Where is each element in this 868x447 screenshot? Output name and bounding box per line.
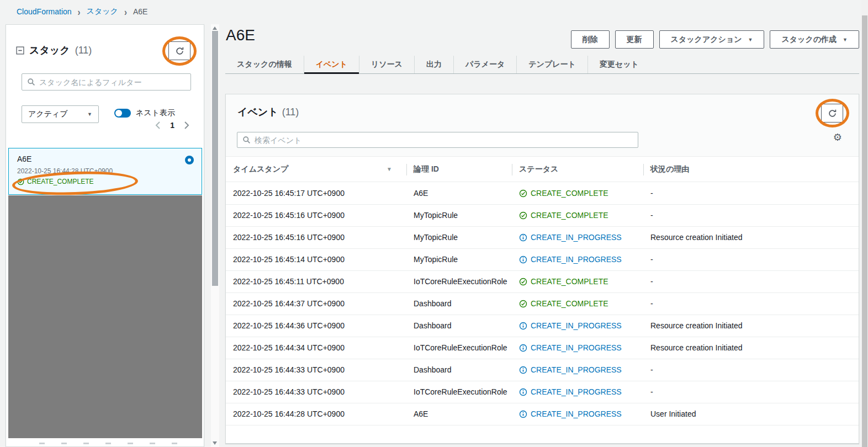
column-header-timestamp[interactable]: タイムスタンプ ▼ xyxy=(226,157,406,182)
delete-button[interactable]: 削除 xyxy=(571,30,610,49)
chevron-down-icon: ▼ xyxy=(843,37,848,42)
header-actions: 削除 更新 スタックアクション ▼ スタックの作成 ▼ xyxy=(571,30,859,49)
column-header-status-reason[interactable]: 状況の理由 xyxy=(643,157,859,182)
scrollbar-thumb[interactable] xyxy=(212,31,218,286)
nested-view-toggle[interactable] xyxy=(114,109,131,118)
previous-page-icon[interactable] xyxy=(155,121,161,129)
timestamp-cell: 2022-10-25 16:44:36 UTC+0900 xyxy=(226,317,406,334)
update-button[interactable]: 更新 xyxy=(615,30,654,49)
events-refresh-button[interactable] xyxy=(821,104,843,123)
status-reason-cell: Resource creation Initiated xyxy=(643,339,859,356)
stack-filter-input[interactable] xyxy=(39,78,186,87)
stack-actions-button[interactable]: スタックアクション ▼ xyxy=(659,30,765,49)
stack-status-filter-dropdown[interactable]: アクティブ ▼ xyxy=(22,105,99,123)
scrollbar-thumb[interactable] xyxy=(862,15,867,447)
check-circle-icon xyxy=(519,300,527,308)
logical-id-cell: MyTopicRule xyxy=(406,207,512,224)
timestamp-cell: 2022-10-25 16:44:28 UTC+0900 xyxy=(226,406,406,423)
tab-stack-info[interactable]: スタックの情報 xyxy=(225,56,304,73)
info-circle-icon xyxy=(519,233,527,242)
logical-id-cell: MyTopicRule xyxy=(406,229,512,246)
sort-descending-icon[interactable]: ▼ xyxy=(387,166,392,172)
breadcrumb-current: A6E xyxy=(133,7,147,16)
info-circle-icon xyxy=(519,256,527,264)
stack-detail-tabs: スタックの情報 イベント リソース 出力 パラメータ テンプレート 変更セット xyxy=(225,56,859,74)
scroll-down-arrow-icon[interactable] xyxy=(213,441,217,445)
column-label: 状況の理由 xyxy=(650,164,689,174)
stack-selected-radio[interactable] xyxy=(185,156,194,164)
refresh-icon xyxy=(175,46,184,56)
page-number[interactable]: 1 xyxy=(170,121,174,130)
status-reason-cell: Resource creation Initiated xyxy=(643,229,859,246)
sidebar-stack-status: CREATE_COMPLETE xyxy=(17,178,193,185)
timestamp-cell: 2022-10-25 16:44:33 UTC+0900 xyxy=(226,384,406,401)
tab-outputs[interactable]: 出力 xyxy=(414,56,453,73)
sidebar-title: スタック xyxy=(29,44,70,57)
collapse-panel-icon[interactable] xyxy=(16,46,24,55)
status-cell: CREATE_COMPLETE xyxy=(512,207,643,224)
settings-gear-icon[interactable]: ⚙ xyxy=(833,132,842,142)
stack-creation-time: 2022-10-25 16:44:28 UTC+0900 xyxy=(17,167,193,175)
sidebar-stack-count: (11) xyxy=(75,45,92,56)
scroll-up-arrow-icon[interactable] xyxy=(213,26,217,30)
sidebar-refresh-button[interactable] xyxy=(168,41,190,60)
sidebar-scrollbar[interactable] xyxy=(211,24,219,447)
event-row: 2022-10-25 16:45:14 UTC+0900MyTopicRuleC… xyxy=(226,249,859,271)
event-row: 2022-10-25 16:44:28 UTC+0900A6ECREATE_IN… xyxy=(226,403,859,425)
status-cell: CREATE_IN_PROGRESS xyxy=(512,361,643,379)
stack-list-item-selected[interactable]: A6E 2022-10-25 16:44:28 UTC+0900 CREATE_… xyxy=(8,148,202,195)
tab-resources[interactable]: リソース xyxy=(359,56,414,73)
status-reason-cell: - xyxy=(643,273,859,290)
timestamp-cell: 2022-10-25 16:44:34 UTC+0900 xyxy=(226,339,406,356)
logical-id-cell: MyTopicRule xyxy=(406,251,512,268)
breadcrumb-cloudformation[interactable]: CloudFormation xyxy=(17,7,72,16)
breadcrumb-stacks[interactable]: スタック xyxy=(87,7,118,17)
timestamp-cell: 2022-10-25 16:44:33 UTC+0900 xyxy=(226,361,406,379)
status-label: CREATE_COMPLETE xyxy=(531,276,608,287)
tab-change-sets[interactable]: 変更セット xyxy=(588,56,650,73)
sidebar-header: スタック (11) xyxy=(16,44,92,57)
status-reason-cell: - xyxy=(643,361,859,379)
refresh-icon xyxy=(828,109,837,118)
info-circle-icon xyxy=(519,410,527,418)
status-reason-cell: - xyxy=(643,295,859,312)
chevron-right-icon: › xyxy=(124,6,127,17)
tab-parameters[interactable]: パラメータ xyxy=(453,56,516,73)
column-header-logical-id[interactable]: 論理 ID xyxy=(406,157,512,182)
status-cell: CREATE_IN_PROGRESS xyxy=(512,339,643,356)
status-label: CREATE_IN_PROGRESS xyxy=(531,343,622,353)
page-scrollbar[interactable] xyxy=(861,0,868,447)
create-stack-button[interactable]: スタックの作成 ▼ xyxy=(770,30,859,49)
event-search-input[interactable] xyxy=(255,136,633,145)
tab-events[interactable]: イベント xyxy=(304,56,359,73)
status-label: CREATE_IN_PROGRESS xyxy=(531,409,622,419)
next-page-icon[interactable] xyxy=(184,121,189,129)
event-row: 2022-10-25 16:44:37 UTC+0900DashboardCRE… xyxy=(226,293,859,315)
status-reason-cell: - xyxy=(643,207,859,224)
page-title: A6E xyxy=(226,26,255,44)
dropdown-selected-value: アクティブ xyxy=(28,109,68,119)
tab-template[interactable]: テンプレート xyxy=(516,56,588,73)
status-cell: CREATE_IN_PROGRESS xyxy=(512,229,643,246)
status-cell: CREATE_COMPLETE xyxy=(512,295,643,312)
chevron-down-icon: ▼ xyxy=(87,111,92,117)
timestamp-cell: 2022-10-25 16:45:16 UTC+0900 xyxy=(226,229,406,246)
timestamp-cell: 2022-10-25 16:44:37 UTC+0900 xyxy=(226,295,406,312)
logical-id-cell: Dashboard xyxy=(406,361,512,379)
status-cell: CREATE_IN_PROGRESS xyxy=(512,317,643,334)
event-row: 2022-10-25 16:45:16 UTC+0900MyTopicRuleC… xyxy=(226,205,859,227)
stack-name: A6E xyxy=(17,155,193,163)
status-reason-cell: - xyxy=(643,384,859,401)
status-label: CREATE_IN_PROGRESS xyxy=(531,387,622,397)
event-row: 2022-10-25 16:45:11 UTC+0900IoTCoreRuleE… xyxy=(226,271,859,293)
status-label: CREATE_IN_PROGRESS xyxy=(531,321,622,331)
column-label: ステータス xyxy=(519,164,558,174)
event-row: 2022-10-25 16:44:33 UTC+0900IoTCoreRuleE… xyxy=(226,381,859,403)
event-row: 2022-10-25 16:44:34 UTC+0900IoTCoreRuleE… xyxy=(226,337,859,359)
stack-status-label: CREATE_COMPLETE xyxy=(27,178,93,185)
events-count: (11) xyxy=(282,107,299,118)
events-panel: イベント (11) ⚙ タイムスタンプ ▼ 論理 ID ステータス xyxy=(225,94,859,444)
check-circle-icon xyxy=(519,211,527,220)
events-title-row: イベント (11) xyxy=(237,105,299,119)
column-header-status[interactable]: ステータス xyxy=(512,157,643,182)
